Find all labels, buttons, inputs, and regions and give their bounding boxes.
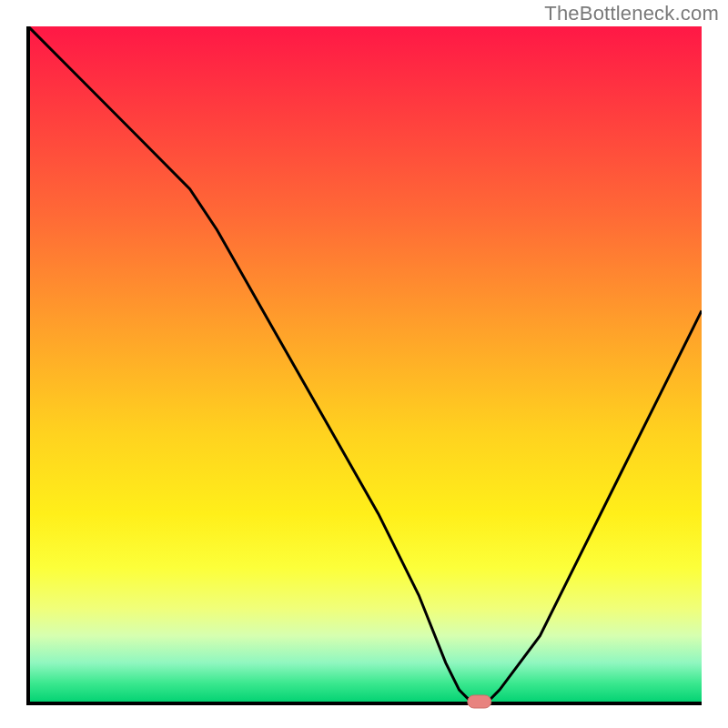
- chart-stage: TheBottleneck.com: [0, 0, 728, 728]
- bottleneck-chart: [0, 0, 728, 728]
- optimum-marker: [468, 695, 491, 708]
